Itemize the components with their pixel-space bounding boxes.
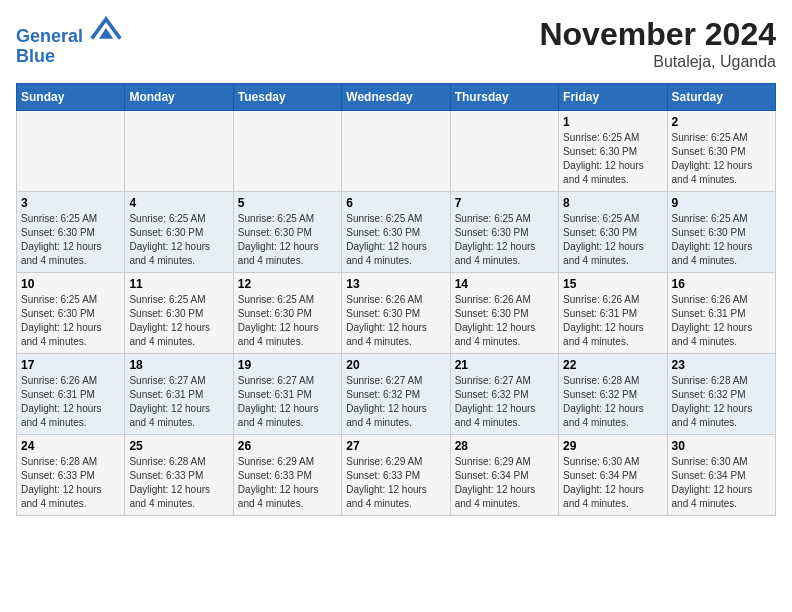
day-number: 16	[672, 277, 771, 291]
day-info: Sunrise: 6:26 AM Sunset: 6:30 PM Dayligh…	[455, 293, 554, 349]
calendar-header: SundayMondayTuesdayWednesdayThursdayFrid…	[17, 84, 776, 111]
day-number: 18	[129, 358, 228, 372]
day-number: 5	[238, 196, 337, 210]
day-number: 17	[21, 358, 120, 372]
day-number: 20	[346, 358, 445, 372]
day-info: Sunrise: 6:25 AM Sunset: 6:30 PM Dayligh…	[672, 212, 771, 268]
weekday-header-saturday: Saturday	[667, 84, 775, 111]
weekday-header-sunday: Sunday	[17, 84, 125, 111]
day-number: 11	[129, 277, 228, 291]
calendar-cell: 13Sunrise: 6:26 AM Sunset: 6:30 PM Dayli…	[342, 273, 450, 354]
calendar-table: SundayMondayTuesdayWednesdayThursdayFrid…	[16, 83, 776, 516]
calendar-cell: 14Sunrise: 6:26 AM Sunset: 6:30 PM Dayli…	[450, 273, 558, 354]
day-number: 25	[129, 439, 228, 453]
calendar-week-3: 10Sunrise: 6:25 AM Sunset: 6:30 PM Dayli…	[17, 273, 776, 354]
day-info: Sunrise: 6:25 AM Sunset: 6:30 PM Dayligh…	[563, 212, 662, 268]
calendar-cell: 24Sunrise: 6:28 AM Sunset: 6:33 PM Dayli…	[17, 435, 125, 516]
logo-icon	[90, 14, 122, 42]
day-info: Sunrise: 6:25 AM Sunset: 6:30 PM Dayligh…	[129, 293, 228, 349]
weekday-header-wednesday: Wednesday	[342, 84, 450, 111]
day-info: Sunrise: 6:27 AM Sunset: 6:32 PM Dayligh…	[346, 374, 445, 430]
day-number: 13	[346, 277, 445, 291]
calendar-cell: 4Sunrise: 6:25 AM Sunset: 6:30 PM Daylig…	[125, 192, 233, 273]
day-number: 3	[21, 196, 120, 210]
calendar-week-5: 24Sunrise: 6:28 AM Sunset: 6:33 PM Dayli…	[17, 435, 776, 516]
calendar-cell: 20Sunrise: 6:27 AM Sunset: 6:32 PM Dayli…	[342, 354, 450, 435]
calendar-cell: 9Sunrise: 6:25 AM Sunset: 6:30 PM Daylig…	[667, 192, 775, 273]
day-info: Sunrise: 6:29 AM Sunset: 6:34 PM Dayligh…	[455, 455, 554, 511]
day-info: Sunrise: 6:28 AM Sunset: 6:33 PM Dayligh…	[129, 455, 228, 511]
logo: General Blue	[16, 16, 122, 67]
day-info: Sunrise: 6:29 AM Sunset: 6:33 PM Dayligh…	[346, 455, 445, 511]
page-title: November 2024	[539, 16, 776, 53]
weekday-header-tuesday: Tuesday	[233, 84, 341, 111]
day-info: Sunrise: 6:26 AM Sunset: 6:31 PM Dayligh…	[563, 293, 662, 349]
day-number: 6	[346, 196, 445, 210]
day-info: Sunrise: 6:25 AM Sunset: 6:30 PM Dayligh…	[21, 212, 120, 268]
calendar-cell	[233, 111, 341, 192]
day-info: Sunrise: 6:25 AM Sunset: 6:30 PM Dayligh…	[129, 212, 228, 268]
day-number: 15	[563, 277, 662, 291]
calendar-cell: 11Sunrise: 6:25 AM Sunset: 6:30 PM Dayli…	[125, 273, 233, 354]
day-number: 1	[563, 115, 662, 129]
calendar-cell	[450, 111, 558, 192]
day-info: Sunrise: 6:25 AM Sunset: 6:30 PM Dayligh…	[238, 212, 337, 268]
calendar-cell	[125, 111, 233, 192]
title-block: November 2024 Butaleja, Uganda	[539, 16, 776, 71]
calendar-cell: 26Sunrise: 6:29 AM Sunset: 6:33 PM Dayli…	[233, 435, 341, 516]
day-number: 21	[455, 358, 554, 372]
logo-general: General	[16, 26, 83, 46]
day-number: 24	[21, 439, 120, 453]
day-info: Sunrise: 6:25 AM Sunset: 6:30 PM Dayligh…	[346, 212, 445, 268]
calendar-cell: 21Sunrise: 6:27 AM Sunset: 6:32 PM Dayli…	[450, 354, 558, 435]
day-info: Sunrise: 6:26 AM Sunset: 6:31 PM Dayligh…	[21, 374, 120, 430]
day-number: 29	[563, 439, 662, 453]
calendar-cell: 7Sunrise: 6:25 AM Sunset: 6:30 PM Daylig…	[450, 192, 558, 273]
calendar-body: 1Sunrise: 6:25 AM Sunset: 6:30 PM Daylig…	[17, 111, 776, 516]
day-number: 23	[672, 358, 771, 372]
calendar-cell: 28Sunrise: 6:29 AM Sunset: 6:34 PM Dayli…	[450, 435, 558, 516]
calendar-cell	[17, 111, 125, 192]
day-info: Sunrise: 6:30 AM Sunset: 6:34 PM Dayligh…	[672, 455, 771, 511]
day-number: 19	[238, 358, 337, 372]
calendar-cell: 16Sunrise: 6:26 AM Sunset: 6:31 PM Dayli…	[667, 273, 775, 354]
day-info: Sunrise: 6:27 AM Sunset: 6:31 PM Dayligh…	[238, 374, 337, 430]
day-number: 9	[672, 196, 771, 210]
day-number: 28	[455, 439, 554, 453]
day-info: Sunrise: 6:30 AM Sunset: 6:34 PM Dayligh…	[563, 455, 662, 511]
calendar-cell: 2Sunrise: 6:25 AM Sunset: 6:30 PM Daylig…	[667, 111, 775, 192]
calendar-cell: 25Sunrise: 6:28 AM Sunset: 6:33 PM Dayli…	[125, 435, 233, 516]
day-info: Sunrise: 6:25 AM Sunset: 6:30 PM Dayligh…	[238, 293, 337, 349]
day-number: 10	[21, 277, 120, 291]
day-number: 2	[672, 115, 771, 129]
day-info: Sunrise: 6:28 AM Sunset: 6:33 PM Dayligh…	[21, 455, 120, 511]
day-info: Sunrise: 6:25 AM Sunset: 6:30 PM Dayligh…	[21, 293, 120, 349]
day-number: 12	[238, 277, 337, 291]
calendar-cell: 27Sunrise: 6:29 AM Sunset: 6:33 PM Dayli…	[342, 435, 450, 516]
calendar-cell: 17Sunrise: 6:26 AM Sunset: 6:31 PM Dayli…	[17, 354, 125, 435]
calendar-cell: 10Sunrise: 6:25 AM Sunset: 6:30 PM Dayli…	[17, 273, 125, 354]
day-number: 27	[346, 439, 445, 453]
day-number: 8	[563, 196, 662, 210]
day-info: Sunrise: 6:28 AM Sunset: 6:32 PM Dayligh…	[672, 374, 771, 430]
day-number: 14	[455, 277, 554, 291]
calendar-cell: 12Sunrise: 6:25 AM Sunset: 6:30 PM Dayli…	[233, 273, 341, 354]
calendar-cell: 30Sunrise: 6:30 AM Sunset: 6:34 PM Dayli…	[667, 435, 775, 516]
page-header: General Blue November 2024 Butaleja, Uga…	[16, 16, 776, 71]
calendar-cell: 1Sunrise: 6:25 AM Sunset: 6:30 PM Daylig…	[559, 111, 667, 192]
day-info: Sunrise: 6:25 AM Sunset: 6:30 PM Dayligh…	[455, 212, 554, 268]
day-info: Sunrise: 6:26 AM Sunset: 6:31 PM Dayligh…	[672, 293, 771, 349]
calendar-cell: 8Sunrise: 6:25 AM Sunset: 6:30 PM Daylig…	[559, 192, 667, 273]
page-subtitle: Butaleja, Uganda	[539, 53, 776, 71]
calendar-week-2: 3Sunrise: 6:25 AM Sunset: 6:30 PM Daylig…	[17, 192, 776, 273]
day-info: Sunrise: 6:27 AM Sunset: 6:31 PM Dayligh…	[129, 374, 228, 430]
day-number: 22	[563, 358, 662, 372]
logo-blue: Blue	[16, 46, 55, 66]
day-number: 4	[129, 196, 228, 210]
weekday-row: SundayMondayTuesdayWednesdayThursdayFrid…	[17, 84, 776, 111]
calendar-cell: 19Sunrise: 6:27 AM Sunset: 6:31 PM Dayli…	[233, 354, 341, 435]
calendar-cell: 18Sunrise: 6:27 AM Sunset: 6:31 PM Dayli…	[125, 354, 233, 435]
weekday-header-thursday: Thursday	[450, 84, 558, 111]
calendar-cell: 5Sunrise: 6:25 AM Sunset: 6:30 PM Daylig…	[233, 192, 341, 273]
calendar-cell: 6Sunrise: 6:25 AM Sunset: 6:30 PM Daylig…	[342, 192, 450, 273]
